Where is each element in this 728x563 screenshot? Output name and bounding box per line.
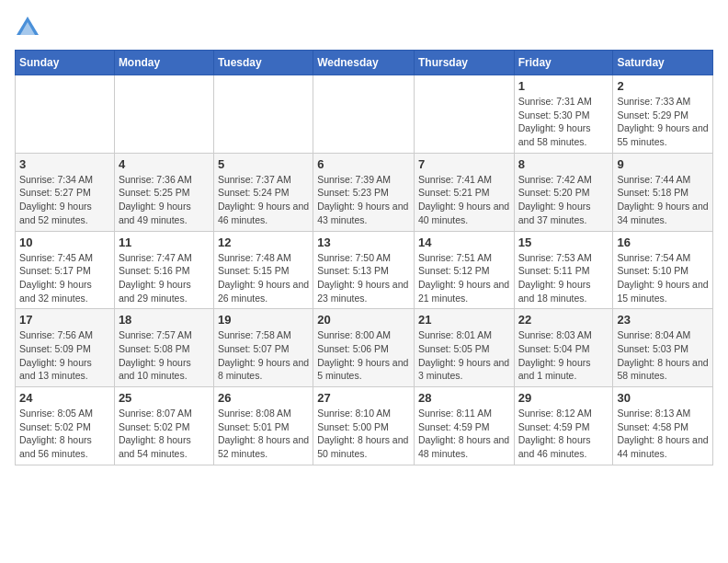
day-info: Sunrise: 8:04 AM Sunset: 5:03 PM Dayligh… <box>617 328 709 383</box>
day-number: 24 <box>19 391 110 405</box>
day-info: Sunrise: 8:10 AM Sunset: 5:00 PM Dayligh… <box>317 407 410 461</box>
calendar-cell: 23Sunrise: 8:04 AM Sunset: 5:03 PM Dayli… <box>613 309 713 387</box>
col-header-wednesday: Wednesday <box>313 51 415 75</box>
day-number: 13 <box>317 236 410 249</box>
day-number: 5 <box>218 157 309 171</box>
day-info: Sunrise: 7:48 AM Sunset: 5:15 PM Dayligh… <box>218 251 309 305</box>
calendar-body: 1Sunrise: 7:31 AM Sunset: 5:30 PM Daylig… <box>16 75 713 465</box>
calendar-week-5: 24Sunrise: 8:05 AM Sunset: 5:02 PM Dayli… <box>16 387 713 465</box>
day-info: Sunrise: 8:07 AM Sunset: 5:02 PM Dayligh… <box>119 407 210 461</box>
day-number: 22 <box>518 313 609 327</box>
calendar-cell: 26Sunrise: 8:08 AM Sunset: 5:01 PM Dayli… <box>213 387 313 465</box>
calendar-cell: 29Sunrise: 8:12 AM Sunset: 4:59 PM Dayli… <box>514 387 613 465</box>
day-info: Sunrise: 7:44 AM Sunset: 5:18 PM Dayligh… <box>617 173 709 227</box>
col-header-sunday: Sunday <box>16 51 115 75</box>
calendar-cell <box>213 75 313 154</box>
day-number: 7 <box>418 157 510 171</box>
day-number: 30 <box>617 391 709 405</box>
calendar-cell: 22Sunrise: 8:03 AM Sunset: 5:04 PM Dayli… <box>514 309 613 387</box>
day-info: Sunrise: 7:34 AM Sunset: 5:27 PM Dayligh… <box>19 173 110 227</box>
day-info: Sunrise: 8:00 AM Sunset: 5:06 PM Dayligh… <box>317 328 410 383</box>
calendar-cell: 2Sunrise: 7:33 AM Sunset: 5:29 PM Daylig… <box>613 75 713 154</box>
logo <box>15 15 44 40</box>
day-info: Sunrise: 7:50 AM Sunset: 5:13 PM Dayligh… <box>317 251 410 305</box>
calendar-cell <box>16 75 115 154</box>
day-info: Sunrise: 8:01 AM Sunset: 5:05 PM Dayligh… <box>418 328 510 383</box>
day-info: Sunrise: 7:53 AM Sunset: 5:11 PM Dayligh… <box>518 251 609 305</box>
day-number: 11 <box>119 236 210 249</box>
col-header-friday: Friday <box>514 51 613 75</box>
day-info: Sunrise: 8:03 AM Sunset: 5:04 PM Dayligh… <box>518 328 609 383</box>
day-info: Sunrise: 7:31 AM Sunset: 5:30 PM Dayligh… <box>518 95 609 149</box>
calendar-cell: 15Sunrise: 7:53 AM Sunset: 5:11 PM Dayli… <box>514 231 613 309</box>
day-number: 17 <box>19 313 110 327</box>
calendar-cell <box>313 75 415 154</box>
day-info: Sunrise: 7:47 AM Sunset: 5:16 PM Dayligh… <box>119 251 210 305</box>
day-info: Sunrise: 7:45 AM Sunset: 5:17 PM Dayligh… <box>19 251 110 305</box>
day-info: Sunrise: 7:41 AM Sunset: 5:21 PM Dayligh… <box>418 173 510 227</box>
day-number: 8 <box>518 157 609 171</box>
calendar-cell: 20Sunrise: 8:00 AM Sunset: 5:06 PM Dayli… <box>313 309 415 387</box>
day-info: Sunrise: 8:05 AM Sunset: 5:02 PM Dayligh… <box>19 407 110 461</box>
calendar-cell: 16Sunrise: 7:54 AM Sunset: 5:10 PM Dayli… <box>613 231 713 309</box>
calendar-week-1: 1Sunrise: 7:31 AM Sunset: 5:30 PM Daylig… <box>16 75 713 154</box>
calendar-cell: 13Sunrise: 7:50 AM Sunset: 5:13 PM Dayli… <box>313 231 415 309</box>
calendar-cell <box>414 75 514 154</box>
calendar-cell: 6Sunrise: 7:39 AM Sunset: 5:23 PM Daylig… <box>313 153 415 231</box>
calendar-cell: 5Sunrise: 7:37 AM Sunset: 5:24 PM Daylig… <box>213 153 313 231</box>
calendar-cell: 27Sunrise: 8:10 AM Sunset: 5:00 PM Dayli… <box>313 387 415 465</box>
day-info: Sunrise: 8:12 AM Sunset: 4:59 PM Dayligh… <box>518 407 609 461</box>
calendar-table: SundayMondayTuesdayWednesdayThursdayFrid… <box>15 50 713 465</box>
day-number: 28 <box>418 391 510 405</box>
day-number: 9 <box>617 157 709 171</box>
calendar-cell: 12Sunrise: 7:48 AM Sunset: 5:15 PM Dayli… <box>213 231 313 309</box>
col-header-thursday: Thursday <box>414 51 514 75</box>
day-number: 25 <box>119 391 210 405</box>
calendar-cell: 3Sunrise: 7:34 AM Sunset: 5:27 PM Daylig… <box>16 153 115 231</box>
col-header-saturday: Saturday <box>613 51 713 75</box>
day-number: 26 <box>218 391 309 405</box>
day-number: 12 <box>218 236 309 249</box>
calendar-cell: 9Sunrise: 7:44 AM Sunset: 5:18 PM Daylig… <box>613 153 713 231</box>
day-number: 15 <box>518 236 609 249</box>
calendar-cell: 1Sunrise: 7:31 AM Sunset: 5:30 PM Daylig… <box>514 75 613 154</box>
day-info: Sunrise: 8:13 AM Sunset: 4:58 PM Dayligh… <box>617 407 709 461</box>
day-info: Sunrise: 7:33 AM Sunset: 5:29 PM Dayligh… <box>617 95 709 149</box>
calendar-cell: 14Sunrise: 7:51 AM Sunset: 5:12 PM Dayli… <box>414 231 514 309</box>
calendar-cell: 19Sunrise: 7:58 AM Sunset: 5:07 PM Dayli… <box>213 309 313 387</box>
calendar-cell: 8Sunrise: 7:42 AM Sunset: 5:20 PM Daylig… <box>514 153 613 231</box>
day-number: 19 <box>218 313 309 327</box>
day-number: 14 <box>418 236 510 249</box>
calendar-cell: 25Sunrise: 8:07 AM Sunset: 5:02 PM Dayli… <box>114 387 213 465</box>
day-number: 20 <box>317 313 410 327</box>
day-info: Sunrise: 7:36 AM Sunset: 5:25 PM Dayligh… <box>119 173 210 227</box>
calendar-week-3: 10Sunrise: 7:45 AM Sunset: 5:17 PM Dayli… <box>16 231 713 309</box>
calendar-cell: 28Sunrise: 8:11 AM Sunset: 4:59 PM Dayli… <box>414 387 514 465</box>
logo-icon <box>15 15 40 40</box>
day-number: 3 <box>19 157 110 171</box>
calendar-cell: 4Sunrise: 7:36 AM Sunset: 5:25 PM Daylig… <box>114 153 213 231</box>
day-info: Sunrise: 8:11 AM Sunset: 4:59 PM Dayligh… <box>418 407 510 461</box>
day-number: 4 <box>119 157 210 171</box>
calendar-cell: 30Sunrise: 8:13 AM Sunset: 4:58 PM Dayli… <box>613 387 713 465</box>
calendar-cell: 24Sunrise: 8:05 AM Sunset: 5:02 PM Dayli… <box>16 387 115 465</box>
calendar-header: SundayMondayTuesdayWednesdayThursdayFrid… <box>16 51 713 75</box>
calendar-week-4: 17Sunrise: 7:56 AM Sunset: 5:09 PM Dayli… <box>16 309 713 387</box>
day-number: 23 <box>617 313 709 327</box>
day-info: Sunrise: 7:56 AM Sunset: 5:09 PM Dayligh… <box>19 328 110 383</box>
calendar-cell: 21Sunrise: 8:01 AM Sunset: 5:05 PM Dayli… <box>414 309 514 387</box>
calendar-cell <box>114 75 213 154</box>
day-number: 10 <box>19 236 110 249</box>
day-info: Sunrise: 7:42 AM Sunset: 5:20 PM Dayligh… <box>518 173 609 227</box>
day-number: 21 <box>418 313 510 327</box>
day-info: Sunrise: 7:57 AM Sunset: 5:08 PM Dayligh… <box>119 328 210 383</box>
col-header-monday: Monday <box>114 51 213 75</box>
day-number: 27 <box>317 391 410 405</box>
day-number: 6 <box>317 157 410 171</box>
day-info: Sunrise: 7:37 AM Sunset: 5:24 PM Dayligh… <box>218 173 309 227</box>
day-number: 1 <box>518 79 609 93</box>
day-info: Sunrise: 7:39 AM Sunset: 5:23 PM Dayligh… <box>317 173 410 227</box>
calendar-cell: 10Sunrise: 7:45 AM Sunset: 5:17 PM Dayli… <box>16 231 115 309</box>
day-number: 16 <box>617 236 709 249</box>
calendar-cell: 18Sunrise: 7:57 AM Sunset: 5:08 PM Dayli… <box>114 309 213 387</box>
